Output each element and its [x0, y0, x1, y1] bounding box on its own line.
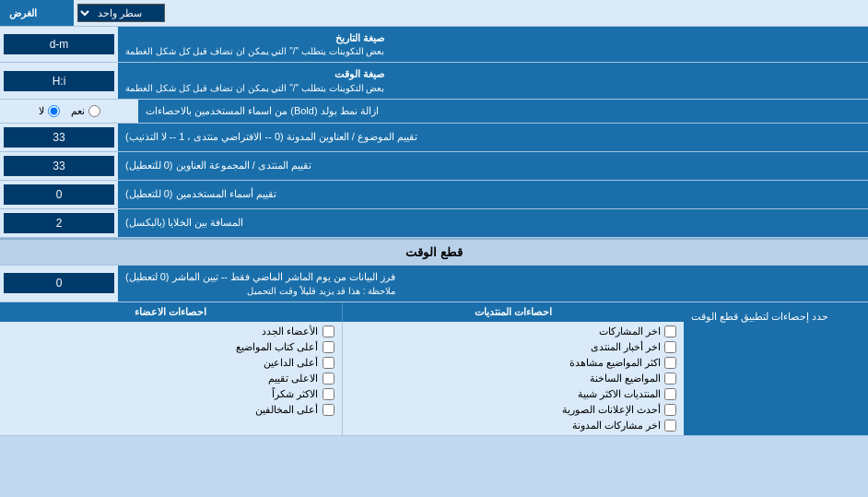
list-item[interactable]: المنتديات الاكثر شبية	[350, 386, 677, 402]
stats-limit-label-cell: حدد إحصاءات لتطبيق قطع الوقت	[684, 302, 868, 435]
stats-row: حدد إحصاءات لتطبيق قطع الوقت احصاءات الم…	[0, 302, 868, 436]
distance-row: المسافة بين الخلايا (بالبكسل)	[0, 209, 868, 238]
purpose-row: سطر واحد الغرض	[0, 0, 868, 27]
list-item[interactable]: اخر مشاركات المدونة	[350, 418, 677, 433]
filter-note: ملاحظة : هذا قد يزيد قليلاً وقت التحميل	[125, 285, 395, 297]
filter-title: فرز البيانات من يوم الماشر الماضي فقط --…	[125, 270, 395, 284]
bold-row: ازالة نمط بولد (Bold) من اسماء المستخدمي…	[0, 100, 868, 124]
time-format-input[interactable]	[4, 71, 114, 91]
date-format-label-cell: صيغة التاريخ بعض التكوينات يتطلب "/" الت…	[118, 27, 868, 62]
checkbox-header-col2: احصاءات الاعضاء	[0, 302, 342, 322]
list-item[interactable]: الاعلى تقييم	[7, 371, 334, 386]
distance-input[interactable]	[4, 213, 114, 233]
bold-yes-label: نعم	[71, 105, 85, 117]
topics-row: تقييم الموضوع / العناوين المدونة (0 -- ا…	[0, 124, 868, 152]
users-input[interactable]	[4, 184, 114, 205]
list-item[interactable]: الاكثر شكراً	[7, 386, 334, 402]
bold-yes-radio[interactable]	[88, 105, 100, 117]
distance-input-cell[interactable]	[0, 209, 118, 237]
list-item[interactable]: أعلى المخالفين	[7, 402, 334, 418]
checkbox-item-9[interactable]	[323, 341, 334, 353]
purpose-label: الغرض	[0, 0, 74, 26]
date-format-title: صيغة التاريخ	[125, 31, 384, 45]
checkbox-item-13[interactable]	[323, 404, 334, 416]
checkbox-item-10[interactable]	[323, 357, 334, 369]
topics-label: تقييم الموضوع / العناوين المدونة (0 -- ا…	[125, 130, 417, 144]
forum-label: تقييم المنتدى / المجموعة العناوين (0 للت…	[125, 159, 311, 172]
list-item[interactable]: أحدث الإعلانات الصورية	[350, 402, 677, 418]
bold-no-radio[interactable]	[48, 105, 60, 117]
checkboxes-container: احصاءات المنتديات احصاءات الاعضاء اخر ال…	[0, 302, 684, 435]
checkbox-rows: اخر المشاركات اخر أخبار المنتدى اكثر الم…	[0, 322, 684, 435]
bold-label-cell: ازالة نمط بولد (Bold) من اسماء المستخدمي…	[138, 100, 868, 123]
time-format-label-cell: صيغة الوقت بعض التكوينات يتطلب "/" التي …	[118, 63, 868, 98]
main-container: سطر واحد الغرض صيغة التاريخ بعض التكوينا…	[0, 0, 868, 436]
bold-yes-option[interactable]: نعم	[71, 105, 100, 117]
forum-input[interactable]	[4, 156, 114, 176]
filter-input-cell[interactable]	[0, 266, 118, 301]
list-item[interactable]: اخر المشاركات	[350, 324, 677, 339]
checkbox-item-1[interactable]	[664, 325, 676, 337]
checkbox-header-col1: احصاءات المنتديات	[342, 302, 685, 322]
topics-input[interactable]	[4, 127, 114, 148]
list-item[interactable]: المواضيع الساخنة	[350, 371, 677, 386]
filter-label-cell: فرز البيانات من يوم الماشر الماضي فقط --…	[118, 266, 868, 301]
bold-radio-cell[interactable]: لا نعم	[0, 100, 138, 123]
topics-label-cell: تقييم الموضوع / العناوين المدونة (0 -- ا…	[118, 124, 868, 151]
purpose-select-cell[interactable]: سطر واحد	[74, 0, 169, 26]
time-format-title: صيغة الوقت	[125, 67, 384, 81]
checkbox-item-6[interactable]	[664, 404, 676, 416]
checkbox-col2: الأعضاء الجدد أعلى كتاب المواضيع أعلى ال…	[0, 322, 342, 435]
distance-label: المسافة بين الخلايا (بالبكسل)	[125, 216, 244, 230]
bold-no-label: لا	[39, 105, 44, 117]
date-format-row: صيغة التاريخ بعض التكوينات يتطلب "/" الت…	[0, 27, 868, 63]
list-item[interactable]: أعلى كتاب المواضيع	[7, 339, 334, 355]
bold-no-option[interactable]: لا	[39, 105, 60, 117]
list-item[interactable]: اكثر المواضيع مشاهدة	[350, 355, 677, 371]
checkbox-item-3[interactable]	[664, 357, 676, 369]
date-format-note: بعض التكوينات يتطلب "/" التي يمكن ان تضا…	[125, 45, 384, 57]
purpose-select[interactable]: سطر واحد	[77, 4, 165, 22]
filter-row: فرز البيانات من يوم الماشر الماضي فقط --…	[0, 266, 868, 302]
time-format-note: بعض التكوينات يتطلب "/" التي يمكن ان تضا…	[125, 82, 384, 94]
forum-label-cell: تقييم المنتدى / المجموعة العناوين (0 للت…	[118, 152, 868, 180]
date-format-input-cell[interactable]	[0, 27, 118, 62]
checkbox-col1: اخر المشاركات اخر أخبار المنتدى اكثر الم…	[342, 322, 685, 435]
topics-input-cell[interactable]	[0, 124, 118, 151]
checkbox-item-2[interactable]	[664, 341, 676, 353]
checkbox-item-8[interactable]	[323, 325, 334, 337]
users-input-cell[interactable]	[0, 181, 118, 208]
forum-input-cell[interactable]	[0, 152, 118, 180]
time-format-input-cell[interactable]	[0, 63, 118, 98]
section-time-header: قطع الوقت	[0, 238, 868, 266]
checkbox-item-11[interactable]	[323, 373, 334, 385]
list-item[interactable]: الأعضاء الجدد	[7, 324, 334, 339]
users-row: تقييم أسماء المستخدمين (0 للتعطيل)	[0, 181, 868, 209]
forum-row: تقييم المنتدى / المجموعة العناوين (0 للت…	[0, 152, 868, 181]
bold-label: ازالة نمط بولد (Bold) من اسماء المستخدمي…	[146, 104, 379, 118]
stats-limit-label: حدد إحصاءات لتطبيق قطع الوقت	[691, 310, 828, 324]
time-format-row: صيغة الوقت بعض التكوينات يتطلب "/" التي …	[0, 63, 868, 99]
list-item[interactable]: اخر أخبار المنتدى	[350, 339, 677, 355]
date-format-input[interactable]	[4, 34, 114, 54]
users-label: تقييم أسماء المستخدمين (0 للتعطيل)	[125, 187, 276, 201]
checkbox-item-5[interactable]	[664, 388, 676, 400]
distance-label-cell: المسافة بين الخلايا (بالبكسل)	[118, 209, 868, 237]
checkbox-item-7[interactable]	[664, 420, 676, 432]
checkbox-headers: احصاءات المنتديات احصاءات الاعضاء	[0, 302, 684, 322]
checkbox-item-4[interactable]	[664, 373, 676, 385]
list-item[interactable]: أعلى الداعين	[7, 355, 334, 371]
filter-input[interactable]	[4, 273, 114, 293]
checkbox-item-12[interactable]	[323, 388, 334, 400]
users-label-cell: تقييم أسماء المستخدمين (0 للتعطيل)	[118, 181, 868, 208]
